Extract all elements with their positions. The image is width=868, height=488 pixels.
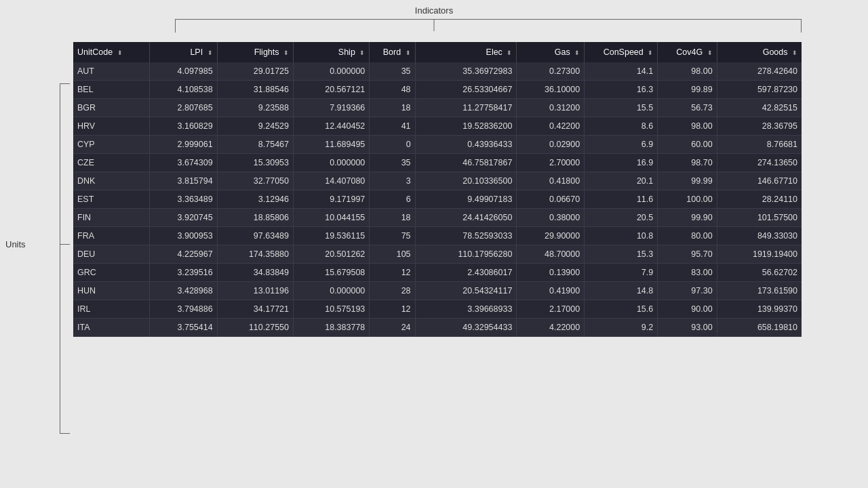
cell-14-0: ITA bbox=[73, 319, 149, 337]
cell-3-0: HRV bbox=[73, 117, 149, 136]
cell-0-8: 98.00 bbox=[658, 62, 717, 81]
cell-5-2: 15.30953 bbox=[217, 154, 293, 172]
cell-2-1: 2.807685 bbox=[149, 99, 217, 117]
sort-icon-cov4g[interactable]: ⬍ bbox=[707, 49, 713, 56]
cell-11-3: 15.679508 bbox=[294, 264, 370, 282]
cell-1-4: 48 bbox=[370, 81, 415, 99]
sort-icon-bord[interactable]: ⬍ bbox=[406, 49, 411, 56]
table-row: HRV3.1608299.2452912.4404524119.52836200… bbox=[73, 117, 802, 136]
cell-11-1: 3.239516 bbox=[149, 264, 217, 282]
cell-14-2: 110.27550 bbox=[217, 319, 293, 337]
cell-1-2: 31.88546 bbox=[217, 81, 293, 99]
sort-icon-goods[interactable]: ⬍ bbox=[792, 49, 797, 56]
cell-0-5: 35.36972983 bbox=[415, 62, 517, 81]
cell-9-5: 78.52593033 bbox=[415, 227, 517, 245]
cell-10-3: 20.501262 bbox=[294, 245, 370, 264]
cell-3-4: 41 bbox=[370, 117, 415, 136]
sort-icon-gas[interactable]: ⬍ bbox=[574, 49, 580, 56]
indicators-bracket bbox=[175, 19, 802, 33]
col-header-gas[interactable]: Gas ⬍ bbox=[517, 42, 585, 62]
cell-6-3: 14.407080 bbox=[294, 172, 370, 190]
cell-10-2: 174.35880 bbox=[217, 245, 293, 264]
col-header-cov4g[interactable]: Cov4G ⬍ bbox=[658, 42, 717, 62]
cell-9-9: 849.33030 bbox=[717, 227, 802, 245]
cell-12-8: 97.30 bbox=[658, 282, 717, 300]
cell-10-0: DEU bbox=[73, 245, 149, 264]
cell-0-1: 4.097985 bbox=[149, 62, 217, 81]
cell-6-9: 146.67710 bbox=[717, 172, 802, 190]
cell-4-1: 2.999061 bbox=[149, 136, 217, 154]
col-header-goods[interactable]: Goods ⬍ bbox=[717, 42, 802, 62]
cell-13-9: 139.99370 bbox=[717, 300, 802, 319]
cell-9-1: 3.900953 bbox=[149, 227, 217, 245]
cell-3-5: 19.52836200 bbox=[415, 117, 517, 136]
cell-13-3: 10.575193 bbox=[294, 300, 370, 319]
cell-8-1: 3.920745 bbox=[149, 209, 217, 227]
cell-4-4: 0 bbox=[370, 136, 415, 154]
cell-5-6: 2.70000 bbox=[517, 154, 585, 172]
sort-icon-elec[interactable]: ⬍ bbox=[507, 49, 512, 56]
cell-7-2: 3.12946 bbox=[217, 190, 293, 209]
cell-7-4: 6 bbox=[370, 190, 415, 209]
col-header-flights[interactable]: Flights ⬍ bbox=[217, 42, 293, 62]
cell-14-9: 658.19810 bbox=[717, 319, 802, 337]
cell-7-3: 9.171997 bbox=[294, 190, 370, 209]
cell-7-7: 11.6 bbox=[585, 190, 658, 209]
col-header-ship[interactable]: Ship ⬍ bbox=[294, 42, 370, 62]
cell-4-9: 8.76681 bbox=[717, 136, 802, 154]
cell-13-2: 34.17721 bbox=[217, 300, 293, 319]
cell-8-4: 18 bbox=[370, 209, 415, 227]
data-table: UnitCode ⬍ LPI ⬍ Flights ⬍ Ship ⬍ bbox=[73, 42, 802, 337]
table-row: BEL4.10853831.8854620.5671214826.5330466… bbox=[73, 81, 802, 99]
cell-11-2: 34.83849 bbox=[217, 264, 293, 282]
cell-12-1: 3.428968 bbox=[149, 282, 217, 300]
col-header-unitcode[interactable]: UnitCode ⬍ bbox=[73, 42, 149, 62]
cell-2-2: 9.23588 bbox=[217, 99, 293, 117]
cell-10-8: 95.70 bbox=[658, 245, 717, 264]
cell-12-6: 0.41900 bbox=[517, 282, 585, 300]
cell-9-2: 97.63489 bbox=[217, 227, 293, 245]
cell-3-3: 12.440452 bbox=[294, 117, 370, 136]
cell-5-0: CZE bbox=[73, 154, 149, 172]
sort-icon-conspeed[interactable]: ⬍ bbox=[648, 49, 653, 56]
cell-14-4: 24 bbox=[370, 319, 415, 337]
sort-icon-flights[interactable]: ⬍ bbox=[283, 49, 289, 56]
cell-5-9: 274.13650 bbox=[717, 154, 802, 172]
cell-2-9: 42.82515 bbox=[717, 99, 802, 117]
table-row: DEU4.225967174.3588020.501262105110.1795… bbox=[73, 245, 802, 264]
cell-11-6: 0.13900 bbox=[517, 264, 585, 282]
sort-icon-unitcode[interactable]: ⬍ bbox=[117, 49, 123, 56]
cell-5-1: 3.674309 bbox=[149, 154, 217, 172]
col-header-bord[interactable]: Bord ⬍ bbox=[370, 42, 415, 62]
col-header-elec[interactable]: Elec ⬍ bbox=[415, 42, 517, 62]
sort-icon-lpi[interactable]: ⬍ bbox=[208, 49, 213, 56]
table-row: IRL3.79488634.1772110.575193123.39668933… bbox=[73, 300, 802, 319]
cell-8-3: 10.044155 bbox=[294, 209, 370, 227]
cell-11-4: 12 bbox=[370, 264, 415, 282]
table-row: CZE3.67430915.309530.0000003546.75817867… bbox=[73, 154, 802, 172]
sort-icon-ship[interactable]: ⬍ bbox=[359, 49, 365, 56]
cell-0-4: 35 bbox=[370, 62, 415, 81]
cell-5-7: 16.9 bbox=[585, 154, 658, 172]
cell-1-6: 36.10000 bbox=[517, 81, 585, 99]
cell-5-5: 46.75817867 bbox=[415, 154, 517, 172]
cell-8-8: 99.90 bbox=[658, 209, 717, 227]
cell-7-5: 9.49907183 bbox=[415, 190, 517, 209]
cell-14-6: 4.22000 bbox=[517, 319, 585, 337]
col-header-lpi[interactable]: LPI ⬍ bbox=[149, 42, 217, 62]
cell-12-4: 28 bbox=[370, 282, 415, 300]
cell-1-3: 20.567121 bbox=[294, 81, 370, 99]
cell-8-2: 18.85806 bbox=[217, 209, 293, 227]
cell-6-4: 3 bbox=[370, 172, 415, 190]
cell-5-8: 98.70 bbox=[658, 154, 717, 172]
cell-9-3: 19.536115 bbox=[294, 227, 370, 245]
page-container: Indicators Units UnitCode ⬍ LPI ⬍ bbox=[0, 0, 868, 488]
cell-7-9: 28.24110 bbox=[717, 190, 802, 209]
cell-13-1: 3.794886 bbox=[149, 300, 217, 319]
cell-14-7: 9.2 bbox=[585, 319, 658, 337]
col-header-conspeed[interactable]: ConSpeed ⬍ bbox=[585, 42, 658, 62]
cell-8-5: 24.41426050 bbox=[415, 209, 517, 227]
cell-12-9: 173.61590 bbox=[717, 282, 802, 300]
table-row: FRA3.90095397.6348919.5361157578.5259303… bbox=[73, 227, 802, 245]
cell-12-3: 0.000000 bbox=[294, 282, 370, 300]
